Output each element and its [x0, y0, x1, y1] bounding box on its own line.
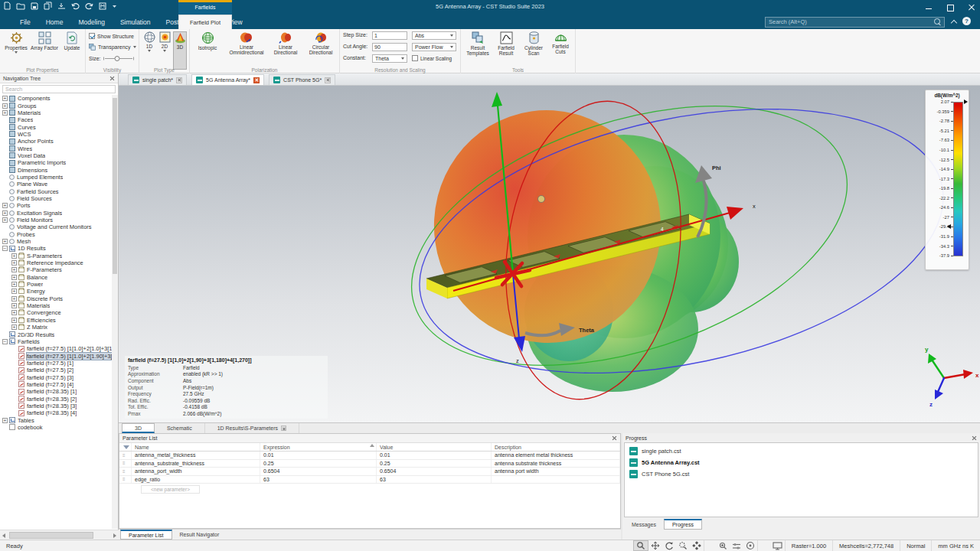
array-factor-button[interactable]: Array Factor [31, 31, 58, 51]
tree-item[interactable]: farfield (f=27.5) [2] [0, 367, 112, 373]
maximize-button[interactable] [946, 4, 954, 11]
column-name[interactable]: Name [132, 443, 260, 451]
progress-item[interactable]: 5G Antenna Array.cst [629, 457, 973, 468]
menu-tab-home[interactable]: Home [38, 15, 71, 29]
doc-tab[interactable]: CST Phone 5G* [269, 74, 335, 85]
tree-item[interactable]: Voltage and Current Monitors [0, 223, 112, 230]
bottom-tab-result-navigator[interactable]: Result Navigator [172, 530, 227, 540]
tree-item[interactable]: Farfield Sources [0, 187, 112, 194]
progress-item[interactable]: single patch.cst [629, 445, 973, 457]
collapse-ribbon-icon[interactable] [951, 18, 957, 24]
column-expression[interactable]: Expression [260, 443, 377, 451]
linear-omnidirectional-button[interactable]: Linear Omnidirectional [227, 31, 266, 56]
close-icon[interactable] [972, 435, 977, 441]
param-value[interactable]: 63 [377, 476, 492, 484]
tree-expand-icon[interactable]: + [11, 318, 17, 323]
tree-item[interactable]: +Efficiencies [0, 317, 112, 324]
tree-expand-icon[interactable]: + [11, 282, 17, 287]
redo-icon[interactable] [85, 2, 93, 10]
save-all-icon[interactable] [44, 2, 52, 10]
tree-item[interactable]: +Discrete Ports [0, 295, 112, 302]
parameter-row[interactable]: ≡edge_ratio6363 [119, 476, 620, 484]
filter-icon[interactable] [123, 445, 129, 449]
tree-expand-icon[interactable]: + [2, 239, 8, 244]
bottom-tab-parameter-list[interactable]: Parameter List [120, 530, 172, 540]
tree-expand-icon[interactable]: + [11, 289, 17, 294]
colorbar-marker[interactable] [947, 224, 951, 229]
tree-item[interactable]: +Energy [0, 288, 112, 295]
status-mode[interactable]: Normal [900, 540, 931, 551]
tree-item[interactable]: Dimensions [0, 166, 112, 173]
close-icon[interactable] [325, 77, 331, 83]
tree-item[interactable]: Plane Wave [0, 181, 112, 187]
tree-expand-icon[interactable]: + [2, 418, 8, 423]
save-icon[interactable] [31, 2, 38, 10]
tree-expand-icon[interactable]: + [11, 296, 17, 302]
close-icon[interactable] [176, 77, 182, 83]
isotropic-button[interactable]: Isotropic [193, 31, 222, 51]
zoom-in-icon[interactable] [717, 542, 730, 550]
tree-item[interactable]: farfield (f=28.35) [4] [0, 409, 112, 416]
view-tab[interactable]: 3D [122, 423, 155, 433]
tree-expand-icon[interactable]: + [11, 267, 17, 272]
tree-expand-icon[interactable]: + [11, 253, 17, 259]
column-value[interactable]: Value [377, 443, 492, 451]
tree-item[interactable]: farfield (f=27.5) [1] [0, 360, 112, 367]
tree-expand-icon[interactable]: − [2, 246, 8, 251]
tree-item[interactable]: −1D Results [0, 245, 112, 252]
tree-item[interactable]: farfield (f=28.35) [3] [0, 403, 112, 409]
minimize-button[interactable] [925, 4, 933, 11]
parameter-row[interactable]: ≡antenna_port_width0.65040.6504antenna p… [119, 468, 620, 476]
pan-tool-icon[interactable] [648, 541, 662, 550]
size-slider[interactable]: Size: [89, 55, 134, 62]
tree-item[interactable]: farfield (f=27.5) [1[1.0]+2[1.0]+3[1.0]+… [0, 345, 112, 352]
tree-item[interactable]: farfield (f=27.5) [3] [0, 373, 112, 380]
tree-horizontal-scrollbar[interactable] [0, 530, 119, 540]
dynamic-view-icon[interactable] [690, 541, 704, 550]
plot-type-2d-button[interactable]: 2D [158, 31, 172, 52]
measure-icon[interactable] [730, 542, 743, 550]
tree-item[interactable]: +Components [0, 95, 112, 102]
param-value[interactable]: 0.01 [377, 452, 492, 459]
tree-item[interactable]: farfield (f=27.5) [4] [0, 381, 112, 388]
tree-item[interactable]: +Reference Impedance [0, 259, 112, 266]
tree-item[interactable]: 2D/3D Results [0, 331, 112, 337]
tree-item[interactable]: +Excitation Signals [0, 210, 112, 217]
linear-directional-button[interactable]: Linear Directional [268, 31, 303, 56]
tree-expand-icon[interactable]: + [11, 275, 17, 280]
cylinder-scan-button[interactable]: Cylinder Scan [521, 31, 547, 57]
component-select[interactable]: Abs [412, 31, 456, 40]
param-expression[interactable]: 0.01 [260, 452, 377, 459]
tree-item[interactable]: +Groups [0, 102, 112, 109]
step-size-input[interactable] [372, 31, 407, 40]
tree-item[interactable]: Wires [0, 145, 112, 152]
param-value[interactable]: 0.25 [377, 460, 492, 468]
tree-item[interactable]: Faces [0, 116, 112, 123]
tree-item[interactable]: −Farfields [0, 338, 112, 345]
colorbar-max-marker[interactable] [964, 99, 968, 104]
3d-viewport[interactable]: 4 x z Phi [119, 86, 980, 422]
tree-item[interactable]: +Field Monitors [0, 217, 112, 223]
tree-item[interactable]: +S-Parameters [0, 253, 112, 259]
tree-item[interactable]: WCS [0, 131, 112, 138]
scroll-right-icon[interactable] [113, 533, 116, 538]
view-tab[interactable]: Schematic [155, 423, 205, 433]
tree-expand-icon[interactable]: + [11, 260, 17, 266]
tree-item[interactable]: +Convergence [0, 309, 112, 316]
tree-expand-icon[interactable]: + [2, 217, 8, 223]
constant-select[interactable]: Theta [372, 54, 407, 63]
tree-vertical-scrollbar[interactable] [112, 95, 118, 529]
capture-view-icon[interactable] [770, 542, 785, 550]
tree-expand-icon[interactable]: − [2, 339, 8, 344]
cut-angle-input[interactable] [372, 43, 407, 51]
close-icon[interactable] [109, 76, 115, 81]
rotate-tool-icon[interactable] [662, 541, 676, 550]
close-icon[interactable] [253, 77, 260, 83]
view-options-icon[interactable] [743, 541, 757, 550]
tree-search-input[interactable] [3, 86, 115, 92]
doc-tab[interactable]: 5G Antenna Array* [191, 74, 264, 85]
menu-tab-file[interactable]: File [12, 15, 38, 29]
param-expression[interactable]: 63 [260, 476, 377, 484]
progress-tab-progress[interactable]: Progress [664, 519, 702, 530]
plot-type-3d-button[interactable]: 3D [173, 31, 187, 70]
